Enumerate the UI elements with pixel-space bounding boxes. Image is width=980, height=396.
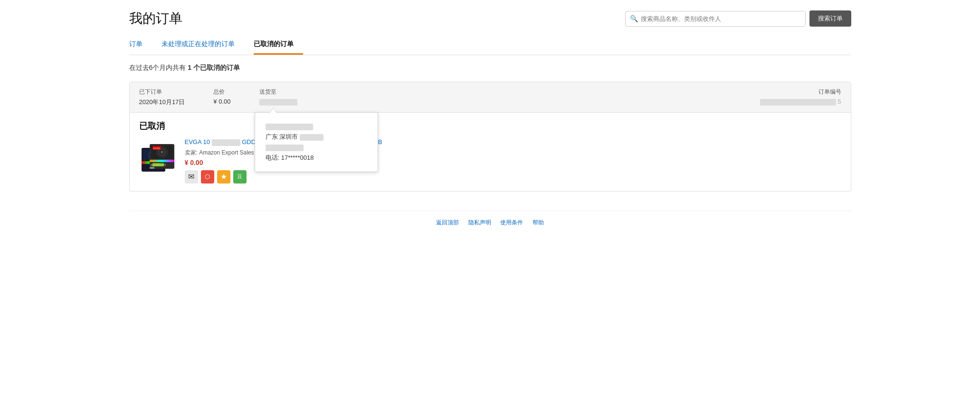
order-number-col: 订单编号 5	[760, 88, 841, 106]
page-header: 我的订单 🔍 搜索订单	[129, 10, 851, 28]
search-input-wrapper: 🔍	[625, 11, 806, 27]
star-icon[interactable]: ★	[217, 170, 230, 184]
order-number-blurred	[760, 99, 836, 106]
search-icon: 🔍	[630, 15, 638, 22]
page-title: 我的订单	[129, 10, 182, 28]
tooltip-name-blurred	[266, 121, 367, 132]
order-card: 已下订单 2020年10月17日 总价 ¥ 0.00 送货至	[129, 82, 851, 192]
summary-text: 在过去6个月内共有 1 个已取消的订单	[129, 64, 851, 72]
email-icon[interactable]: ✉	[185, 170, 198, 184]
product-image: EVGA GEFORCE RTX	[139, 138, 177, 176]
footer-link-help[interactable]: 帮助	[533, 219, 544, 226]
footer-nav: 返回顶部 隐私声明 使用条件 帮助	[129, 211, 851, 227]
shipping-address-trigger[interactable]: 广东 深圳市 电话: 17*****0018	[259, 98, 297, 106]
footer-link-terms[interactable]: 使用条件	[500, 219, 523, 226]
tab-pending[interactable]: 未处理或正在处理的订单	[162, 35, 244, 55]
footer-link-top[interactable]: 返回顶部	[436, 219, 459, 226]
order-number-label: 订单编号	[818, 88, 841, 96]
footer-link-privacy[interactable]: 隐私声明	[468, 219, 491, 226]
share-icon[interactable]: ⬡	[201, 170, 214, 184]
order-date-col: 已下订单 2020年10月17日	[139, 88, 185, 106]
address-tooltip: 广东 深圳市 电话: 17*****0018	[255, 112, 378, 172]
search-area: 🔍 搜索订单	[625, 10, 851, 27]
order-item-row: EVGA GEFORCE RTX EVGA 10 GDDR6X	[139, 138, 841, 184]
tooltip-city: 广东 深圳市	[266, 132, 367, 142]
order-status: 已取消	[139, 120, 841, 132]
date-label: 已下订单	[139, 88, 185, 96]
summary-count: 1 个已取消的订单	[188, 64, 240, 71]
search-input[interactable]	[625, 11, 806, 27]
tab-orders[interactable]: 订单	[129, 35, 152, 55]
order-card-header: 已下订单 2020年10月17日 总价 ¥ 0.00 送货至	[130, 82, 851, 113]
summary-prefix: 在过去6个月内共有	[129, 64, 188, 71]
date-value: 2020年10月17日	[139, 98, 185, 106]
shipping-label: 送货至	[259, 88, 297, 96]
svg-text:EVGA: EVGA	[153, 147, 161, 150]
product-title-blurred	[212, 138, 242, 145]
order-number-suffix: 5	[837, 98, 841, 105]
order-shipping-col: 送货至 广东 深圳市	[259, 88, 297, 106]
tabs-bar: 订单 未处理或正在处理的订单 已取消的订单	[129, 35, 851, 55]
total-value: ¥ 0.00	[213, 98, 230, 105]
product-svg: EVGA GEFORCE RTX	[139, 138, 177, 176]
shipping-name-blurred	[259, 99, 297, 106]
tab-cancelled[interactable]: 已取消的订单	[254, 35, 303, 55]
svg-rect-11	[150, 167, 154, 169]
order-card-body: 已取消	[130, 113, 851, 191]
tooltip-phone: 电话: 17*****0018	[266, 153, 367, 163]
order-total-col: 总价 ¥ 0.00	[213, 88, 230, 105]
bean-icon[interactable]: 豆	[233, 170, 247, 184]
svg-text:GEFORCE RTX: GEFORCE RTX	[150, 164, 165, 166]
svg-point-9	[161, 151, 163, 154]
svg-rect-10	[150, 160, 174, 162]
tooltip-address-blurred	[266, 142, 367, 153]
order-number-value: 5	[760, 98, 841, 106]
search-button[interactable]: 搜索订单	[809, 10, 851, 27]
total-label: 总价	[213, 88, 230, 96]
